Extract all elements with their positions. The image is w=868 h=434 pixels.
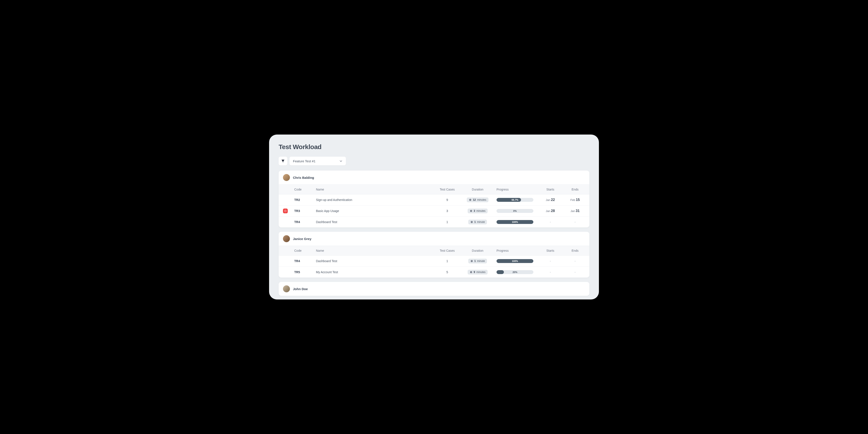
column-header — [279, 185, 292, 194]
column-header: Name — [313, 185, 433, 194]
end-date: Jan31 — [563, 206, 589, 217]
status-cell — [279, 194, 292, 206]
clock-icon — [469, 198, 471, 201]
column-header: Ends — [563, 246, 589, 256]
column-header: Starts — [537, 246, 563, 256]
page-title: Test Workload — [279, 143, 589, 151]
user-card: Janice GreyCodeNameTest CasesDurationPro… — [279, 232, 589, 278]
duration-unit: minutes — [476, 271, 486, 274]
run-name: Dashboard Test — [313, 217, 433, 228]
run-code: TR5 — [294, 270, 300, 274]
run-code: TR3 — [294, 209, 300, 213]
table-row[interactable]: TR5My Account Test59minutes20%-- — [279, 267, 589, 278]
app-window: Test Workload Feature Test #1 Chris Bald… — [269, 134, 599, 300]
progress-bar: 0% — [496, 209, 533, 213]
table-row[interactable]: TR4Dashboard Test11minute100%-- — [279, 256, 589, 267]
end-date: - — [563, 217, 589, 228]
user-name: John Doe — [293, 287, 308, 291]
end-date: - — [563, 267, 589, 278]
duration-pill: 1minute — [468, 259, 487, 264]
test-cases-count: 1 — [433, 217, 461, 228]
funnel-icon — [281, 159, 285, 163]
duration-unit: minute — [477, 220, 485, 223]
run-code: TR2 — [294, 198, 300, 202]
duration-number: 1 — [474, 220, 476, 223]
progress-bar: 66.7% — [496, 198, 533, 202]
user-card: Chris BaldingCodeNameTest CasesDurationP… — [279, 170, 589, 227]
column-header: Ends — [563, 185, 589, 194]
test-cases-count: 3 — [433, 206, 461, 217]
column-header: Name — [313, 246, 433, 256]
duration-number: 1 — [474, 259, 476, 262]
column-header: Duration — [461, 185, 494, 194]
duration-number: 9 — [474, 271, 475, 274]
column-header: Test Cases — [433, 185, 461, 194]
end-date: Feb15 — [563, 194, 589, 206]
progress-label: 100% — [496, 259, 533, 263]
clock-icon — [470, 271, 472, 273]
duration-pill: 1minute — [468, 220, 487, 224]
run-code: TR4 — [294, 220, 300, 224]
run-name: Dashboard Test — [313, 256, 433, 267]
clock-icon — [470, 221, 473, 223]
clock-icon — [470, 210, 472, 212]
end-date: - — [563, 256, 589, 267]
milestone-select[interactable]: Feature Test #1 — [289, 157, 346, 165]
column-header: Test Cases — [433, 246, 461, 256]
clock-alert-icon — [283, 209, 288, 213]
duration-pill: 9minutes — [468, 270, 488, 275]
workload-table: CodeNameTest CasesDurationProgressStarts… — [279, 184, 589, 227]
run-code: TR4 — [294, 259, 300, 263]
progress-bar: 100% — [496, 220, 533, 224]
workload-table: CodeNameTest CasesDurationProgressStarts… — [279, 246, 589, 278]
table-row[interactable]: TR4Dashboard Test11minute100%-- — [279, 217, 589, 228]
progress-label: 20% — [496, 270, 533, 274]
clock-icon — [470, 260, 473, 262]
duration-unit: minute — [477, 259, 485, 262]
status-cell — [279, 267, 292, 278]
duration-pill: 12minutes — [467, 197, 488, 202]
column-header: Progress — [494, 185, 537, 194]
start-date: - — [537, 217, 563, 228]
start-date: Jan28 — [537, 206, 563, 217]
test-cases-count: 9 — [433, 194, 461, 206]
duration-number: 3 — [474, 209, 475, 212]
start-date: - — [537, 267, 563, 278]
user-card: John Doe — [279, 282, 589, 296]
progress-bar: 20% — [496, 270, 533, 274]
test-cases-count: 5 — [433, 267, 461, 278]
duration-unit: minutes — [477, 198, 486, 202]
duration-number: 12 — [473, 198, 476, 202]
duration-pill: 3minutes — [468, 209, 488, 213]
run-name: Basic App Usage — [313, 206, 433, 217]
column-header: Code — [292, 185, 313, 194]
progress-label: 100% — [496, 220, 533, 224]
progress-bar: 100% — [496, 259, 533, 263]
user-name: Chris Balding — [293, 176, 314, 180]
run-name: My Account Test — [313, 267, 433, 278]
user-name: Janice Grey — [293, 237, 311, 241]
start-date: - — [537, 256, 563, 267]
user-card-header: John Doe — [279, 282, 589, 296]
status-cell — [279, 206, 292, 217]
column-header: Starts — [537, 185, 563, 194]
column-header — [279, 246, 292, 256]
table-row[interactable]: TR3Basic App Usage33minutes0%Jan28Jan31 — [279, 206, 589, 217]
column-header: Code — [292, 246, 313, 256]
test-cases-count: 1 — [433, 256, 461, 267]
avatar — [283, 235, 290, 242]
progress-label: 66.7% — [496, 198, 533, 202]
filter-bar: Feature Test #1 — [279, 157, 589, 165]
filter-button[interactable] — [279, 157, 287, 165]
column-header: Progress — [494, 246, 537, 256]
chevron-down-icon — [339, 159, 342, 162]
status-cell — [279, 217, 292, 228]
table-row[interactable]: TR2Sign-up and Authentication912minutes6… — [279, 194, 589, 206]
duration-unit: minutes — [476, 209, 486, 212]
user-card-header: Chris Balding — [279, 170, 589, 184]
user-card-header: Janice Grey — [279, 232, 589, 246]
avatar — [283, 174, 290, 181]
start-date: Jan22 — [537, 194, 563, 206]
run-name: Sign-up and Authentication — [313, 194, 433, 206]
status-cell — [279, 256, 292, 267]
